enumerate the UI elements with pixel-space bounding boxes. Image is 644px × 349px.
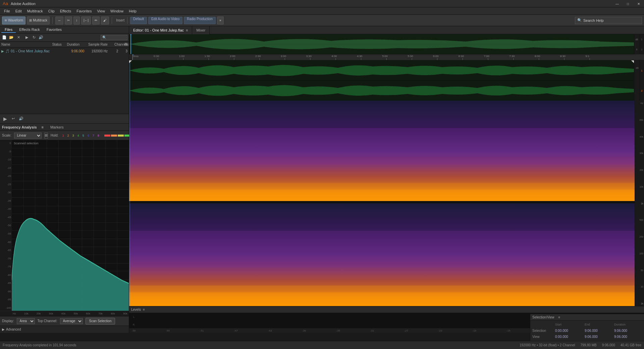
- file-channels-label: 2: [116, 49, 126, 53]
- search-help-box[interactable]: 🔍 Search Help: [575, 17, 642, 24]
- autoplay-button[interactable]: ▶: [24, 35, 30, 41]
- toolbar: ≋ Waveform ⊞ Multitrack ↔ ✂ ↕ |←| ✏ 🖌 In…: [0, 15, 644, 26]
- freq-panel-menu-icon[interactable]: ≡: [42, 125, 44, 129]
- transport-play-button[interactable]: ▶: [2, 116, 8, 122]
- more-workspaces-button[interactable]: »: [217, 16, 224, 24]
- sv-selection-end[interactable]: 9:06.000: [585, 329, 611, 333]
- hold-5[interactable]: 5: [81, 133, 85, 138]
- new-file-button[interactable]: 📄: [1, 35, 7, 41]
- window-controls: — □ ✕: [612, 0, 644, 7]
- minimize-button[interactable]: —: [612, 0, 623, 7]
- levels-title: Levels: [131, 308, 141, 311]
- svg-text:1:00: 1:00: [179, 55, 185, 58]
- file-bitdepth-label: 3: [125, 49, 127, 53]
- menu-effects[interactable]: Effects: [57, 8, 74, 14]
- default-workspace-button[interactable]: Default: [130, 17, 147, 24]
- top-channel-select[interactable]: Average Left Right: [60, 318, 83, 324]
- scan-selection-button[interactable]: Scan Selection: [86, 318, 115, 325]
- menu-view[interactable]: View: [94, 8, 108, 14]
- freq-panel-header: Frequency Analysis ≡ Markers: [0, 123, 129, 131]
- sv-view-start[interactable]: 0:00.000: [555, 335, 582, 339]
- editor-tab-menu[interactable]: ≡: [186, 28, 188, 32]
- svg-text:3:30: 3:30: [306, 55, 312, 58]
- waveform-overview[interactable]: [129, 34, 634, 54]
- files-search-input[interactable]: [101, 35, 127, 40]
- menu-file[interactable]: File: [1, 8, 13, 14]
- volume-button[interactable]: 🔊: [38, 35, 44, 41]
- svg-text:7:30: 7:30: [509, 55, 515, 58]
- status-file-size: 799,80 MB: [580, 343, 596, 347]
- time-select-button[interactable]: |←|: [81, 16, 91, 24]
- brush-tool-button[interactable]: 🖌: [101, 16, 109, 24]
- tab-favorites[interactable]: Favorites: [43, 27, 65, 33]
- waveform-right-markers: 1 2: [639, 60, 644, 101]
- scale-select[interactable]: Linear Logarithmic: [14, 133, 42, 139]
- svg-text:9:1: 9:1: [585, 55, 589, 58]
- edit-audio-video-button[interactable]: Edit Audio to Video: [148, 17, 182, 24]
- sv-selection-start[interactable]: 0:00.000: [555, 329, 582, 333]
- radio-production-button[interactable]: Radio Production: [184, 17, 216, 24]
- freq-grid-button[interactable]: ⊞: [44, 133, 48, 139]
- tab-files[interactable]: Files: [1, 27, 16, 33]
- top-channel-label: Top Channel:: [38, 319, 57, 323]
- close-file-button[interactable]: ✕: [15, 35, 21, 41]
- close-button[interactable]: ✕: [633, 0, 644, 7]
- svg-text:8:30: 8:30: [560, 55, 566, 58]
- open-file-button[interactable]: 📂: [8, 35, 14, 41]
- levels-menu-icon[interactable]: ≡: [143, 308, 145, 311]
- hold-4[interactable]: 4: [76, 133, 80, 138]
- move-tool-button[interactable]: ↕: [73, 16, 80, 24]
- svg-text:1:30: 1:30: [205, 55, 210, 58]
- hold-8[interactable]: 8: [96, 133, 100, 138]
- svg-text:4:00: 4:00: [331, 55, 337, 58]
- sv-view-label: View: [532, 335, 552, 339]
- hold-2[interactable]: 2: [66, 133, 70, 138]
- advanced-arrow: ▶: [2, 328, 5, 331]
- selection-view-menu[interactable]: ≡: [558, 315, 560, 319]
- editor-panel: Editor: 01 - One Mint Julep.flac ≡ Mixer: [129, 26, 644, 333]
- files-toolbar: 📄 📂 ✕ ▶ ↻ 🔊: [0, 34, 129, 42]
- multitrack-mode-button[interactable]: ⊞ Multitrack: [27, 16, 50, 24]
- sv-column-headers: Start End Duration: [532, 322, 642, 328]
- svg-text:7:00: 7:00: [484, 55, 490, 58]
- tab-markers[interactable]: Markers: [47, 124, 67, 130]
- svg-text:0ms: 0ms: [133, 55, 139, 58]
- hold-3[interactable]: 3: [71, 133, 75, 138]
- menu-clip[interactable]: Clip: [46, 8, 57, 14]
- tab-effects-rack[interactable]: Effects Rack: [16, 27, 43, 33]
- search-icon: 🔍: [577, 18, 582, 22]
- menu-window[interactable]: Window: [108, 8, 126, 14]
- select-tool-button[interactable]: ↔: [55, 16, 63, 24]
- waveform-mode-button[interactable]: ≋ Waveform: [2, 16, 25, 24]
- menu-help[interactable]: Help: [126, 8, 139, 14]
- tab-mixer[interactable]: Mixer: [192, 26, 210, 34]
- spectrogram-svg: [129, 101, 635, 306]
- spectrogram[interactable]: [129, 101, 635, 306]
- tab-editor[interactable]: Editor: 01 - One Mint Julep.flac ≡: [129, 26, 192, 34]
- sv-selection-duration: 9:06.000: [614, 329, 641, 333]
- display-select[interactable]: Area Lines Bars: [17, 318, 35, 324]
- selection-view-panel: Selection/View ≡ Start End Duration Sele…: [530, 314, 644, 341]
- freq-chart-canvas[interactable]: Scanned selection: [12, 140, 129, 311]
- file-row[interactable]: ▶ 🎵 01 - One Mint Julep.flac 9:06.000 19…: [0, 48, 129, 54]
- file-name-label: 01 - One Mint Julep.flac: [11, 49, 57, 53]
- razor-tool-button[interactable]: ✂: [65, 16, 72, 24]
- menu-favorites[interactable]: Favorites: [74, 8, 94, 14]
- hold-1[interactable]: 1: [61, 133, 65, 138]
- pencil-tool-button[interactable]: ✏: [92, 16, 100, 24]
- menu-edit[interactable]: Edit: [13, 8, 24, 14]
- waveform-main[interactable]: [129, 60, 634, 101]
- menu-multitrack[interactable]: Multitrack: [24, 8, 46, 14]
- transport-loop-button[interactable]: ↩: [10, 116, 16, 122]
- maximize-button[interactable]: □: [623, 0, 633, 7]
- timeline-ruler[interactable]: 0ms 0:30 1:00 1:30 2:00 2:30 3:00 3:30 4…: [129, 54, 644, 60]
- hold-6[interactable]: 6: [86, 133, 90, 138]
- hold-7[interactable]: 7: [91, 133, 95, 138]
- transport-volume-button[interactable]: 🔊: [18, 116, 24, 122]
- freq-chart-x-labels: Hz 10k 20k 30k 40k 50k 60k 70k 80k 90k: [0, 311, 129, 316]
- col-header-channels: Channels: [114, 43, 124, 46]
- sv-view-end[interactable]: 9:06.000: [585, 335, 611, 339]
- loop-button[interactable]: ↻: [31, 35, 37, 41]
- app-title: Adobe Audition: [11, 2, 36, 6]
- freq-advanced[interactable]: ▶ Advanced: [0, 326, 129, 333]
